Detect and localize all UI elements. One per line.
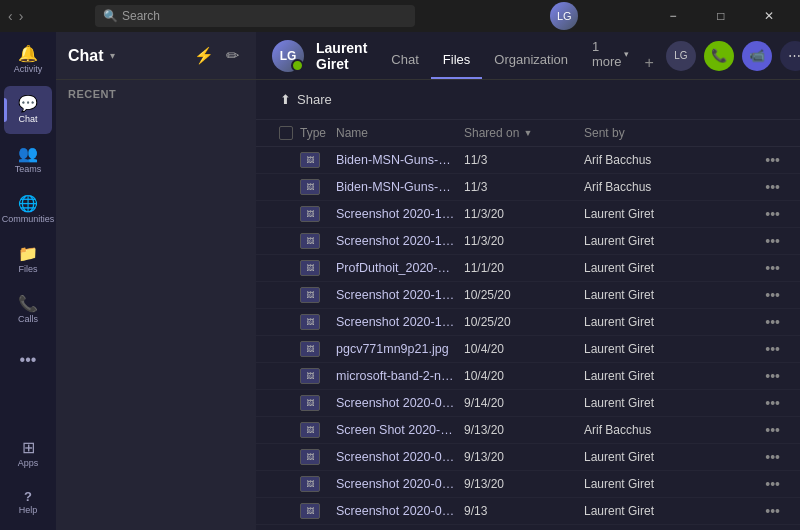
row-more-button[interactable]: ••• (744, 422, 784, 438)
row-name-cell: Biden-MSN-Guns-Ad-2.png (336, 180, 464, 194)
tab-more[interactable]: 1 more ▾ (580, 40, 641, 79)
chat-list-header: Chat ▾ ⚡ ✏ (56, 32, 256, 80)
filter-button[interactable]: ⚡ (192, 44, 216, 68)
close-button[interactable]: ✕ (746, 0, 792, 32)
row-sent-by-cell: Arif Bacchus (584, 423, 744, 437)
files-toolbar: ⬆ Share (256, 80, 800, 120)
sidebar-item-activity[interactable]: 🔔 Activity (4, 36, 52, 84)
header-checkbox[interactable] (272, 126, 300, 140)
row-sent-by-cell: Laurent Giret (584, 450, 744, 464)
share-icon: ⬆ (280, 92, 291, 107)
row-more-button[interactable]: ••• (744, 314, 784, 330)
content-header: LG Laurent Giret Chat Files Organization… (256, 32, 800, 80)
file-type-icon: 🖼 (300, 503, 320, 519)
sidebar-item-communities[interactable]: 🌐 Communities (4, 186, 52, 234)
table-row[interactable]: 🖼 Screenshot 2020-09-13 at 19.03.42.png … (256, 471, 800, 498)
row-type-cell: 🖼 (300, 341, 336, 357)
sidebar-label-apps: Apps (18, 458, 39, 468)
more-options-button[interactable]: ⋯ (780, 41, 800, 71)
row-more-button[interactable]: ••• (744, 152, 784, 168)
sidebar-item-chat[interactable]: 💬 Chat (4, 86, 52, 134)
sidebar-label-files: Files (18, 264, 37, 274)
sidebar-item-more[interactable]: ••• (4, 336, 52, 384)
row-type-cell: 🖼 (300, 476, 336, 492)
files-content: ⬆ Share Type Name (256, 80, 800, 530)
sidebar-item-help[interactable]: ? Help (4, 478, 52, 526)
sidebar-item-files[interactable]: 📁 Files (4, 236, 52, 284)
header-shared-on[interactable]: Shared on ▼ (464, 126, 584, 140)
row-more-button[interactable]: ••• (744, 179, 784, 195)
user-profile-avatar[interactable]: LG (550, 2, 578, 30)
row-more-button[interactable]: ••• (744, 368, 784, 384)
header-type[interactable]: Type (300, 126, 336, 140)
row-more-button[interactable]: ••• (744, 395, 784, 411)
row-sent-by-cell: Laurent Giret (584, 234, 744, 248)
new-chat-button[interactable]: ✏ (220, 44, 244, 68)
file-type-icon: 🖼 (300, 341, 320, 357)
chat-panel-title: Chat (68, 47, 104, 65)
contact-name: Laurent Giret (316, 40, 367, 72)
table-row[interactable]: 🖼 microsoft-band-2-now-suffering-from-cr… (256, 363, 800, 390)
row-shared-on-cell: 9/13 (464, 504, 584, 518)
row-more-button[interactable]: ••• (744, 476, 784, 492)
sidebar-item-calls[interactable]: 📞 Calls (4, 286, 52, 334)
row-sent-by-cell: Laurent Giret (584, 342, 744, 356)
back-button[interactable]: ‹ (8, 8, 13, 24)
table-row[interactable]: 🖼 Screenshot 2020-10-25 at 15.27.29.png … (256, 309, 800, 336)
more-icon: ••• (20, 352, 37, 368)
row-more-button[interactable]: ••• (744, 206, 784, 222)
row-shared-on-cell: 9/13/20 (464, 477, 584, 491)
table-row[interactable]: 🖼 Screenshot 2020-11-03 at 14.03.21.png … (256, 201, 800, 228)
row-more-button[interactable]: ••• (744, 503, 784, 519)
sidebar-label-communities: Communities (2, 214, 55, 224)
file-type-icon: 🖼 (300, 395, 320, 411)
row-more-button[interactable]: ••• (744, 449, 784, 465)
row-more-button[interactable]: ••• (744, 233, 784, 249)
search-bar[interactable]: 🔍 Search (95, 5, 415, 27)
table-row[interactable]: 🖼 Screenshot 2020-09-13 at 19.08.05.png … (256, 444, 800, 471)
apps-icon: ⊞ (22, 440, 35, 456)
tab-files[interactable]: Files (431, 40, 482, 79)
call-button[interactable]: 📞 (704, 41, 734, 71)
table-row[interactable]: 🖼 Biden-MSN-Guns-Ad-1.png 11/3 Arif Bacc… (256, 147, 800, 174)
table-row[interactable]: 🖼 Screenshot 2020-10-25 at 15.38.46.png … (256, 282, 800, 309)
table-row[interactable]: 🖼 Screenshot 2020-09-13 at 18.53.04.png … (256, 498, 800, 525)
help-icon: ? (24, 490, 32, 503)
chevron-down-icon: ▾ (110, 50, 115, 61)
forward-button[interactable]: › (19, 8, 24, 24)
row-name-cell: Screen Shot 2020-09-13 at 4.10.27 PM.png (336, 423, 464, 437)
table-row[interactable]: 🖼 Biden-MSN-Guns-Ad-2.png 11/3 Arif Bacc… (256, 174, 800, 201)
table-row[interactable]: 🖼 Screen Shot 2020-09-13 at 4.10.27 PM.p… (256, 417, 800, 444)
minimize-button[interactable]: − (650, 0, 696, 32)
row-sent-by-cell: Arif Bacchus (584, 180, 744, 194)
table-row[interactable]: 🖼 Screenshot 2020-09-14 at 20.56.56.png … (256, 390, 800, 417)
table-row[interactable]: 🖼 Screenshot 2020-11-03 at 14.02.00.png … (256, 228, 800, 255)
row-more-button[interactable]: ••• (744, 341, 784, 357)
tab-chat[interactable]: Chat (379, 40, 430, 79)
header-sent-by[interactable]: Sent by (584, 126, 744, 140)
table-row[interactable]: 🖼 ProfDuthoit_2020-Nov-01.jpg 11/1/20 La… (256, 255, 800, 282)
add-tab-button[interactable]: + (645, 55, 654, 79)
video-call-button[interactable]: 📹 (742, 41, 772, 71)
sidebar-item-teams[interactable]: 👥 Teams (4, 136, 52, 184)
file-type-icon: 🖼 (300, 206, 320, 222)
row-sent-by-cell: Arif Bacchus (584, 153, 744, 167)
row-shared-on-cell: 11/3/20 (464, 234, 584, 248)
select-all-checkbox[interactable] (279, 126, 293, 140)
row-shared-on-cell: 9/14/20 (464, 396, 584, 410)
row-more-button[interactable]: ••• (744, 260, 784, 276)
table-row[interactable]: 🖼 pgcv771mn9p21.jpg 10/4/20 Laurent Gire… (256, 336, 800, 363)
maximize-button[interactable]: □ (698, 0, 744, 32)
row-more-button[interactable]: ••• (744, 287, 784, 303)
row-type-cell: 🖼 (300, 233, 336, 249)
app-body: 🔔 Activity 💬 Chat 👥 Teams 🌐 Communities … (0, 32, 800, 530)
row-shared-on-cell: 9/13/20 (464, 423, 584, 437)
file-type-icon: 🖼 (300, 179, 320, 195)
row-type-cell: 🖼 (300, 422, 336, 438)
tab-organization[interactable]: Organization (482, 40, 580, 79)
share-button[interactable]: ⬆ Share (272, 88, 340, 111)
sidebar: 🔔 Activity 💬 Chat 👥 Teams 🌐 Communities … (0, 32, 56, 530)
header-name[interactable]: Name (336, 126, 464, 140)
sidebar-label-calls: Calls (18, 314, 38, 324)
sidebar-item-apps[interactable]: ⊞ Apps (4, 430, 52, 478)
